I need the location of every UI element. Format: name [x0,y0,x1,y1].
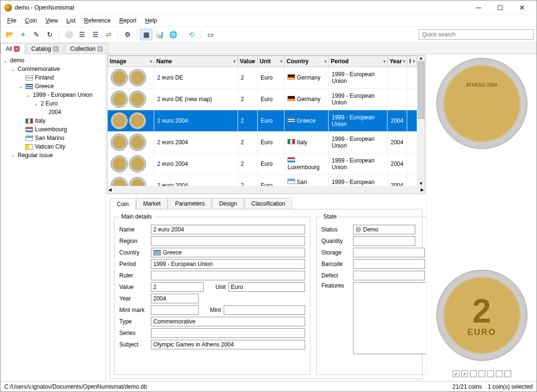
tree-node[interactable]: Luxembourg [2,125,103,134]
value-field[interactable] [151,282,204,292]
toggle-icon[interactable]: ⌄ [10,67,16,72]
dropdown-icon[interactable]: ▼ [324,59,328,64]
column-extra[interactable]: I▼ [407,56,417,67]
vertical-scrollbar[interactable]: ▲ ▼ [417,56,425,186]
coin-table[interactable]: Image▼Name▼Value▼Unit▼Country▼Period▼Yea… [107,56,417,186]
tree-node[interactable]: ›Regular issue [2,151,103,160]
dropdown-icon[interactable]: ▼ [279,59,283,64]
view-tab-catalog[interactable]: Catalog× [26,43,64,54]
table-row[interactable]: 2 euro 20042Euro Luxembourg1999 - Europe… [108,153,417,175]
close-button[interactable]: ✕ [511,1,533,14]
link-icon[interactable]: ⟲ [185,29,198,40]
globe-icon[interactable]: 🌐 [167,29,179,40]
menu-view[interactable]: View [42,16,62,25]
table-row[interactable]: 2 euro DE2Euro Germany1999 - European Un… [108,67,417,89]
detail-tab-classification[interactable]: Classification [244,198,293,209]
toggle-icon[interactable]: ⌄ [18,84,23,89]
menu-list[interactable]: List [63,16,80,25]
storage-field[interactable] [353,248,425,257]
dropdown-icon[interactable]: ▼ [252,59,256,64]
detail-tab-design[interactable]: Design [212,198,244,209]
column-unit[interactable]: Unit▼ [257,56,284,67]
sort2-icon[interactable]: ☰ [89,29,102,40]
table-row[interactable]: 2 euro 20042Euro San Marino1999 - Europe… [108,175,417,186]
close-icon[interactable]: × [53,46,59,52]
unit-field[interactable] [229,282,305,292]
tree-node[interactable]: ⌄Commemorative [2,65,103,73]
check-icon[interactable] [487,370,494,377]
period-field[interactable] [151,259,305,269]
detail-tab-coin[interactable]: Coin [110,198,136,209]
check-icon[interactable] [504,370,511,377]
check-icon[interactable] [496,370,503,377]
menu-help[interactable]: Help [141,16,161,25]
horizontal-scrollbar[interactable]: ◀ ▶ [107,186,425,194]
check-icon[interactable]: ✓ [453,370,459,377]
year-field[interactable] [151,294,199,303]
coin-obverse-image[interactable]: ATHENS 2004 [436,58,527,149]
column-name[interactable]: Name▼ [154,56,238,67]
page-icon[interactable]: ▭ [204,29,217,40]
column-period[interactable]: Period▼ [329,56,388,67]
mintmark-field[interactable] [151,305,199,315]
chart-icon[interactable]: 📊 [153,29,166,40]
detail-tab-parameters[interactable]: Parameters [168,198,212,209]
name-field[interactable] [151,225,305,234]
country-field[interactable]: Greece [151,248,305,257]
type-field[interactable] [151,317,305,326]
sort-icon[interactable]: ☰ [76,29,88,40]
settings-icon[interactable]: ⚙ [121,29,134,40]
maximize-button[interactable]: ☐ [490,1,511,14]
tree-node[interactable]: ⌄1999 - European Union [2,91,103,99]
barcode-field[interactable] [353,259,425,269]
series-field[interactable] [151,328,305,338]
column-country[interactable]: Country▼ [285,56,329,67]
tree-root[interactable]: ⌄demo [2,56,103,65]
quantity-field[interactable] [353,236,415,246]
column-year[interactable]: Year▼ [388,56,407,67]
search-input[interactable] [419,29,534,40]
filter-clear-icon[interactable]: ⚪ [62,29,75,40]
features-field[interactable] [353,282,426,354]
defect-field[interactable] [353,271,425,280]
dropdown-icon[interactable]: ▼ [402,59,406,64]
dropdown-icon[interactable]: ▼ [149,59,153,64]
refresh-icon[interactable]: ↻ [44,29,56,40]
tree-node[interactable]: Italy [2,116,103,125]
add-icon[interactable]: ＋ [17,29,29,40]
status-field[interactable]: Demo [353,225,415,234]
tree-node[interactable]: 2004 [2,108,103,116]
menu-file[interactable]: File [3,16,20,25]
dropdown-icon[interactable]: ▼ [233,59,237,64]
mint-field[interactable] [224,305,305,315]
column-image[interactable]: Image▼ [108,56,154,67]
table-row[interactable]: 2 euro 20042Euro Greece1999 - European U… [108,110,417,132]
minimize-button[interactable]: ─ [468,1,490,14]
menu-report[interactable]: Report [115,16,140,25]
detail-tab-market[interactable]: Market [136,198,168,209]
table-row[interactable]: 2 euro DE (new map)2Euro Germany1999 - E… [108,89,417,110]
menu-coin[interactable]: Coin [21,16,41,25]
check-icon[interactable] [479,370,485,377]
export-icon[interactable]: ⇄ [103,29,115,40]
tree[interactable]: ⌄demo⌄CommemorativeFinland⌄Greece⌄1999 -… [2,56,103,160]
close-icon[interactable]: × [14,46,20,52]
subject-field[interactable] [151,340,305,349]
ruler-field[interactable] [151,271,305,280]
menu-reference[interactable]: Reference [80,16,114,25]
column-value[interactable]: Value▼ [238,56,257,67]
close-icon[interactable]: × [97,46,103,52]
open-icon[interactable]: 📂 [3,29,16,40]
image-selector-checkboxes[interactable]: ✓ ✓ [453,370,511,377]
edit-icon[interactable]: ✎ [30,29,43,40]
view-table-icon[interactable]: ▦ [140,29,152,40]
check-icon[interactable]: ✓ [461,370,468,377]
view-tab-all[interactable]: All× [0,44,25,54]
coin-reverse-image[interactable]: 2EURO [436,270,527,361]
tree-node[interactable]: Finland [2,73,103,82]
tree-node[interactable]: ⌄2 Euro [2,99,103,108]
table-row[interactable]: 2 euro 20042Euro Italy1999 - European Un… [108,132,417,153]
toggle-icon[interactable]: › [10,153,16,158]
tree-node[interactable]: Vatican City [2,142,103,151]
dropdown-icon[interactable]: ▼ [383,59,387,64]
